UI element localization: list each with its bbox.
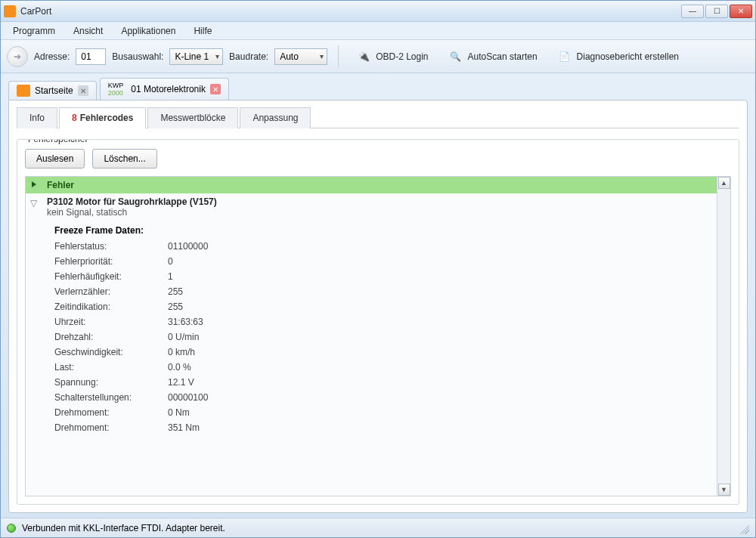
app-icon (4, 5, 16, 17)
tab-anpassung[interactable]: Anpassung (240, 107, 311, 128)
freeze-frame-value: 255 (168, 284, 183, 299)
close-tab-icon[interactable]: ✕ (210, 84, 221, 94)
freeze-frame-row: Zeitindikation:255 (54, 299, 711, 314)
freeze-frame-value: 00000100 (168, 390, 208, 405)
fault-result-scroll[interactable]: Fehler ▽ P3102 Motor für Saugrohrklappe … (26, 177, 717, 496)
app-window: CarPort — ☐ ✕ Programm Ansicht Applikati… (0, 0, 756, 538)
freeze-frame-row: Spannung:12.1 V (54, 375, 711, 390)
tab-motorelektronik-label: 01 Motorelektronik (131, 84, 206, 94)
tab-messwertbloecke[interactable]: Messwertblöcke (147, 107, 238, 128)
adresse-label: Adresse: (34, 51, 70, 62)
resize-grip[interactable] (737, 522, 749, 534)
freeze-frame-label: Drehmoment: (54, 420, 168, 435)
freeze-frame-row: Verlernzähler:255 (54, 284, 711, 299)
collapse-icon[interactable]: ▽ (30, 198, 37, 209)
page-tabs: Startseite ✕ KWP 2000 01 Motorelektronik… (1, 73, 755, 100)
freeze-frame-value: 255 (168, 299, 183, 314)
freeze-frame-row: Drehmoment:0 Nm (54, 405, 711, 420)
content-panel: Info 8Fehlercodes Messwertblöcke Anpassu… (8, 100, 748, 513)
freeze-frame-label: Drehzahl: (54, 329, 168, 345)
freeze-frame-label: Fehlerpriorität: (54, 254, 168, 269)
menu-ansicht[interactable]: Ansicht (66, 23, 110, 39)
bus-select[interactable]: K-Line 1 (169, 48, 223, 65)
freeze-frame-row: Fehlerhäufigkeit:1 (54, 269, 711, 284)
freeze-frame-label: Schalterstellungen: (54, 390, 168, 405)
freeze-frame-value: 351 Nm (168, 420, 200, 435)
freeze-frame-label: Verlernzähler: (54, 284, 168, 299)
freeze-frame-header: Freeze Frame Daten: (54, 225, 711, 236)
freeze-frame-row: Fehlerstatus:01100000 (54, 239, 711, 254)
window-title: CarPort (20, 6, 51, 17)
freeze-frame-row: Fehlerpriorität:0 (54, 254, 711, 269)
inner-tabs: Info 8Fehlercodes Messwertblöcke Anpassu… (17, 107, 739, 128)
fault-section-header: Fehler (26, 177, 717, 193)
freeze-frame-row: Geschwindigkeit:0 km/h (54, 345, 711, 360)
freeze-frame-value: 0 Nm (168, 405, 190, 420)
freeze-frame-value: 31:63:63 (168, 314, 203, 329)
fault-count-badge: 8 (72, 113, 77, 123)
baud-label: Baudrate: (229, 51, 268, 62)
scroll-up-icon[interactable]: ▲ (718, 177, 730, 189)
freeze-frame-value: 12.1 V (168, 375, 194, 390)
kwp-icon: KWP 2000 (108, 82, 124, 97)
statusbar: Verbunden mit KKL-Interface FTDI. Adapte… (1, 518, 755, 537)
autoscan-button[interactable]: 🔍 AutoScan starten (442, 45, 544, 68)
freeze-frame-label: Geschwindigkeit: (54, 345, 168, 360)
titlebar: CarPort — ☐ ✕ (1, 1, 755, 22)
scroll-down-icon[interactable]: ▼ (718, 484, 730, 496)
freeze-frame-value: 0.0 % (168, 360, 191, 375)
tab-motorelektronik[interactable]: KWP 2000 01 Motorelektronik ✕ (100, 78, 229, 100)
adresse-input[interactable] (76, 48, 106, 65)
tab-fehlercodes[interactable]: 8Fehlercodes (59, 107, 146, 128)
loeschen-button[interactable]: Löschen... (92, 149, 156, 169)
auslesen-button[interactable]: Auslesen (25, 149, 85, 169)
minimize-button[interactable]: — (681, 5, 704, 18)
menu-hilfe[interactable]: Hilfe (186, 23, 219, 39)
freeze-frame-row: Schalterstellungen:00000100 (54, 390, 711, 405)
fault-result-box: Fehler ▽ P3102 Motor für Saugrohrklappe … (25, 176, 731, 496)
freeze-frame-row: Last:0.0 % (54, 360, 711, 375)
fehlerspeicher-group: Fehlerspeicher Auslesen Löschen... Fehle… (17, 139, 739, 505)
fault-entry: ▽ P3102 Motor für Saugrohrklappe (V157) … (26, 193, 717, 441)
obd-login-button[interactable]: 🔌 OBD-2 Login (349, 45, 435, 68)
menu-applikationen[interactable]: Applikationen (113, 23, 183, 39)
freeze-frame-row: Uhrzeit:31:63:63 (54, 314, 711, 329)
maximize-button[interactable]: ☐ (705, 5, 728, 18)
freeze-frame-label: Spannung: (54, 375, 168, 390)
connection-status-icon (7, 524, 16, 533)
fault-title: P3102 Motor für Saugrohrklappe (V157) (47, 196, 711, 207)
expand-icon (32, 181, 36, 187)
close-button[interactable]: ✕ (730, 5, 752, 18)
freeze-frame-value: 01100000 (168, 239, 208, 254)
report-button[interactable]: 📄 Diagnosebericht erstellen (550, 45, 686, 68)
toolbar: ➔ Adresse: Busauswahl: K-Line 1 Baudrate… (1, 40, 755, 73)
freeze-frame-row: Drehmoment:351 Nm (54, 420, 711, 435)
freeze-frame-label: Zeitindikation: (54, 299, 168, 314)
freeze-frame-value: 1 (168, 269, 173, 284)
fault-subtitle: kein Signal, statisch (47, 207, 711, 218)
freeze-frame-value: 0 km/h (168, 345, 195, 360)
tab-startseite[interactable]: Startseite ✕ (8, 81, 97, 100)
separator (338, 45, 339, 68)
freeze-frame-value: 0 U/min (168, 329, 199, 345)
status-text: Verbunden mit KKL-Interface FTDI. Adapte… (22, 523, 225, 533)
vertical-scrollbar[interactable]: ▲ ▼ (717, 177, 730, 496)
obd-icon: 🔌 (356, 49, 371, 64)
tab-info[interactable]: Info (17, 107, 57, 128)
menubar: Programm Ansicht Applikationen Hilfe (1, 22, 755, 40)
freeze-frame-value: 0 (168, 254, 173, 269)
back-icon[interactable]: ➔ (7, 46, 28, 67)
bus-label: Busauswahl: (112, 51, 163, 62)
freeze-frame-label: Uhrzeit: (54, 314, 168, 329)
tab-startseite-label: Startseite (35, 85, 73, 96)
home-icon (17, 85, 30, 97)
baud-select[interactable]: Auto (274, 48, 327, 65)
freeze-frame-row: Drehzahl:0 U/min (54, 329, 711, 345)
report-icon: 📄 (557, 49, 572, 64)
freeze-frame-label: Fehlerhäufigkeit: (54, 269, 168, 284)
freeze-frame-label: Last: (54, 360, 168, 375)
menu-programm[interactable]: Programm (5, 23, 63, 39)
group-legend: Fehlerspeicher (25, 139, 91, 144)
close-tab-icon[interactable]: ✕ (78, 85, 88, 96)
freeze-frame-label: Drehmoment: (54, 405, 168, 420)
